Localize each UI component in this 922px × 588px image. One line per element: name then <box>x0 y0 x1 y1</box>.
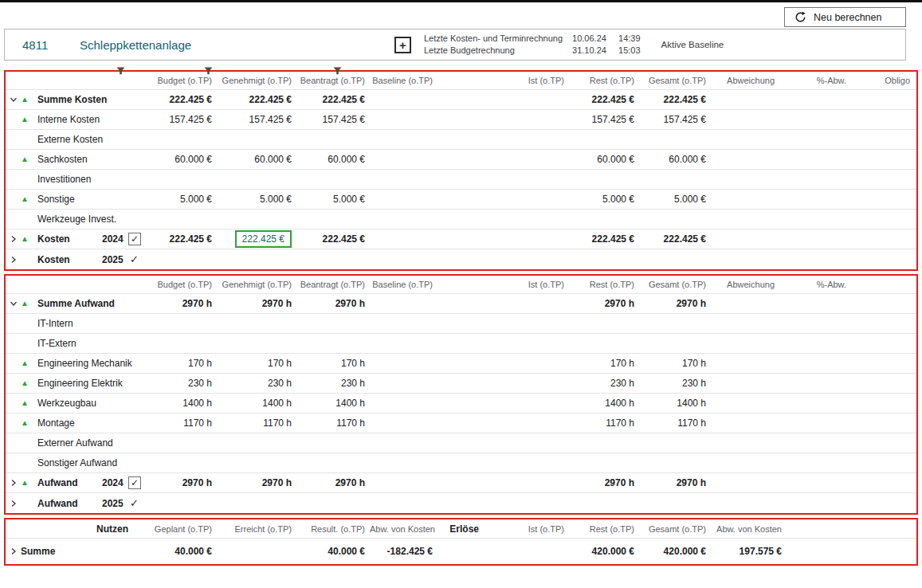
value-cell[interactable]: 230 h <box>639 378 711 389</box>
value-cell[interactable]: 222.425 € <box>217 94 296 105</box>
value-cell[interactable]: 230 h <box>217 378 296 389</box>
value-cell[interactable]: 230 h <box>296 378 370 389</box>
value-cell[interactable]: 1170 h <box>569 417 639 429</box>
row-label: Aufwand <box>37 498 78 509</box>
value-cell[interactable]: 40.000 € <box>149 546 217 557</box>
row-it-intern: IT-Intern <box>6 314 916 334</box>
year-checkbox[interactable]: ✓ <box>128 233 141 245</box>
value-cell[interactable]: 1170 h <box>296 417 370 429</box>
value-cell[interactable]: 170 h <box>149 358 217 369</box>
value-cell[interactable]: 60.000 € <box>569 154 639 165</box>
value-cell[interactable]: 170 h <box>296 358 370 369</box>
last-budget-calc-label: Letzte Budgetrechnung <box>424 45 563 57</box>
column-header-budget-o-tp: Budget (o.TP) <box>149 76 217 85</box>
value-cell[interactable]: 230 h <box>569 378 639 389</box>
value-cell[interactable]: 222.425 € <box>569 233 639 245</box>
value-cell[interactable]: 157.425 € <box>639 114 711 125</box>
chevron-right-icon[interactable] <box>9 478 21 488</box>
value-cell[interactable]: 2970 h <box>217 298 296 309</box>
value-cell[interactable]: 1170 h <box>639 417 711 429</box>
recalculate-label: Neu berechnen <box>814 12 881 23</box>
value-cell[interactable]: 60.000 € <box>296 154 370 165</box>
selected-cell-value[interactable]: 222.425 € <box>235 230 292 248</box>
row-investitionen: Investitionen <box>6 170 916 190</box>
value-cell[interactable]: 420.000 € <box>569 546 639 557</box>
value-cell[interactable]: 2970 h <box>569 298 639 309</box>
value-cell[interactable]: 5.000 € <box>296 194 370 205</box>
value-cell[interactable]: 2970 h <box>639 298 711 309</box>
row-it-extern: IT-Extern <box>6 334 916 354</box>
column-header-genehmigt-o-tp: Genehmigt (o.TP) <box>217 280 296 289</box>
value-cell[interactable]: 157.425 € <box>569 114 639 125</box>
value-cell[interactable]: 222.425 € <box>296 233 370 245</box>
row-aufwand-2025: Aufwand2025✓ <box>6 493 916 513</box>
last-budget-calc-date: 31.10.24 <box>572 45 618 57</box>
chevron-down-icon[interactable] <box>9 95 21 104</box>
column-header-gesamt-o-tp: Gesamt (o.TP) <box>639 280 711 289</box>
value-cell[interactable]: 2970 h <box>569 477 639 488</box>
project-id: 4811 <box>5 38 80 52</box>
filter-icon[interactable] <box>204 64 214 72</box>
value-cell[interactable]: 2970 h <box>149 298 217 309</box>
row-externer-aufwand: Externer Aufwand <box>6 433 916 453</box>
value-cell[interactable]: 60.000 € <box>149 154 217 165</box>
value-cell[interactable]: 2970 h <box>149 477 217 488</box>
value-cell[interactable]: 1400 h <box>296 398 370 409</box>
value-cell[interactable]: 222.425 € <box>217 230 296 248</box>
value-cell[interactable]: 222.425 € <box>149 94 217 105</box>
column-header-baseline-o-tp: Baseline (o.TP) <box>370 76 437 85</box>
year-check-icon[interactable]: ✓ <box>130 497 139 509</box>
value-cell[interactable]: 170 h <box>217 358 296 369</box>
chevron-right-icon[interactable] <box>9 234 21 244</box>
value-cell[interactable]: 222.425 € <box>149 233 217 245</box>
value-cell[interactable]: 2970 h <box>217 477 296 488</box>
status-up-icon: ▲ <box>21 359 37 367</box>
value-cell[interactable]: 157.425 € <box>149 114 217 125</box>
value-cell[interactable]: 1400 h <box>639 398 711 409</box>
value-cell[interactable]: 5.000 € <box>569 194 639 205</box>
value-cell[interactable]: 5.000 € <box>639 194 711 205</box>
row-label: Kosten <box>37 233 70 245</box>
value-cell[interactable]: 5.000 € <box>149 194 217 205</box>
value-cell[interactable]: 2970 h <box>296 298 370 309</box>
year-label: 2025 <box>102 498 128 509</box>
value-cell[interactable]: 2970 h <box>296 477 370 488</box>
value-cell[interactable]: 60.000 € <box>639 154 711 165</box>
value-cell[interactable]: 222.425 € <box>639 94 711 105</box>
value-cell[interactable]: 157.425 € <box>296 114 370 125</box>
chevron-right-icon[interactable] <box>9 255 21 265</box>
value-cell[interactable]: 1400 h <box>217 398 296 409</box>
row-label: Externe Kosten <box>37 134 103 145</box>
value-cell[interactable]: 170 h <box>639 358 711 369</box>
value-cell[interactable]: 222.425 € <box>296 94 370 105</box>
status-up-icon: ▲ <box>21 399 37 407</box>
filter-icon[interactable] <box>116 64 126 72</box>
value-cell[interactable]: 5.000 € <box>217 194 296 205</box>
year-check-icon[interactable]: ✓ <box>130 253 139 265</box>
filter-icon[interactable] <box>333 64 343 72</box>
value-cell[interactable]: 230 h <box>149 378 217 389</box>
value-cell[interactable]: 197.575 € <box>711 546 787 557</box>
value-cell[interactable]: -182.425 € <box>370 546 437 557</box>
value-cell[interactable]: 1170 h <box>149 417 217 429</box>
value-cell[interactable]: 40.000 € <box>296 546 370 557</box>
value-cell[interactable]: 1400 h <box>569 398 639 409</box>
last-cost-calc-date: 10.06.24 <box>572 33 618 45</box>
recalculate-button[interactable]: Neu berechnen <box>784 7 906 27</box>
chevron-right-icon[interactable] <box>9 499 21 508</box>
value-cell[interactable]: 2970 h <box>639 477 711 488</box>
value-cell[interactable]: 170 h <box>569 358 639 369</box>
chevron-down-icon[interactable] <box>9 299 21 308</box>
value-cell[interactable]: 222.425 € <box>639 233 711 245</box>
value-cell[interactable]: 420.000 € <box>639 546 711 557</box>
value-cell[interactable]: 1170 h <box>217 417 296 429</box>
value-cell[interactable]: 60.000 € <box>217 154 296 165</box>
column-header-geplant-o-tp: Geplant (o.TP) <box>149 524 217 534</box>
value-cell[interactable]: 157.425 € <box>217 114 296 125</box>
column-header-beantragt-o-tp: Beantragt (o.TP) <box>296 280 370 289</box>
expand-plus-icon[interactable]: + <box>394 37 411 53</box>
year-checkbox[interactable]: ✓ <box>128 476 141 489</box>
chevron-right-icon[interactable] <box>9 547 21 556</box>
value-cell[interactable]: 1400 h <box>149 398 217 409</box>
value-cell[interactable]: 222.425 € <box>569 94 639 105</box>
